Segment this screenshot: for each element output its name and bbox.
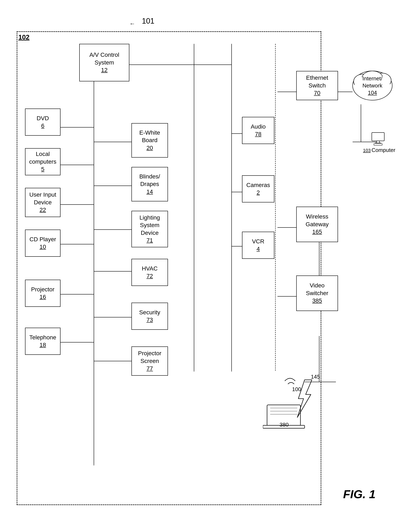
hvac-num: 72 [146,272,153,280]
security-label: Security [139,309,160,316]
internet-num: 104 [368,89,377,96]
local-computers-box: Localcomputers 5 [25,148,60,175]
vcr-label: VCR [252,238,264,245]
lighting-num: 71 [146,237,153,244]
projector-label: Projector [31,286,54,293]
ethernet-switch-num: 70 [314,89,320,97]
projector-screen-box: ProjectorScreen 77 [131,346,168,376]
lightning-num: 145 [311,374,320,380]
telephone-num: 18 [39,341,46,349]
ewhiteboard-num: 20 [146,144,153,152]
vcr-num: 4 [257,245,260,253]
cd-player-box: CD Player 10 [25,230,60,257]
telephone-box: Telephone 18 [25,328,60,355]
cameras-label: Cameras [246,181,270,189]
audio-label: Audio [251,123,266,131]
figure-label: FIG. 1 [343,487,376,501]
video-switcher-label: VideoSwitcher [306,282,328,297]
blinds-num: 14 [146,188,153,196]
dvd-num: 6 [41,122,44,130]
user-input-num: 22 [39,206,46,214]
computer-num: 103 [363,148,371,153]
projector-screen-label: ProjectorScreen [138,350,161,365]
laptop-num: 380 [280,422,289,428]
figure-number: 101 [142,17,154,25]
audio-box: Audio 78 [242,117,274,144]
av-control-box: A/V ControlSystem 12 [79,44,129,81]
main-box-label: 102 [18,33,29,41]
hvac-label: HVAC [142,265,158,272]
video-switcher-num: 385 [312,297,322,305]
ewhiteboard-box: E-WhiteBoard 20 [131,123,168,158]
vcr-box: VCR 4 [242,232,274,259]
security-box: Security 73 [131,303,168,330]
projector-box: Projector 16 [25,280,60,307]
local-computers-label: Localcomputers [29,150,57,166]
lighting-label: LightingSystemDevice [139,214,160,237]
cameras-num: 2 [257,189,260,197]
av-control-label: A/V ControlSystem [89,51,119,66]
ethernet-switch-label: EthernetSwitch [306,74,328,89]
video-switcher-box: VideoSwitcher 385 [296,276,338,311]
wireless-gateway-num: 165 [312,228,322,236]
wireless-gateway-label: WirelessGateway [306,213,329,228]
cameras-box: Cameras 2 [242,175,274,203]
projector-num: 16 [39,293,46,301]
arrow-101: ← [129,21,135,27]
computer-area: 103Computer [363,131,395,153]
telephone-label: Telephone [29,334,56,341]
internet-label: Internet/Network [362,75,382,89]
user-input-box: User InputDevice 22 [25,188,60,217]
ethernet-switch-box: EthernetSwitch 70 [296,71,338,100]
internet-network-cloud: Internet/Network 104 [350,67,394,105]
local-computers-num: 5 [41,166,44,173]
blinds-label: Blindes/Drapes [139,173,160,188]
cd-player-num: 10 [39,243,46,251]
wireless-signal-num: 100 [292,386,301,393]
svg-rect-37 [372,132,384,141]
security-num: 73 [146,316,153,324]
lighting-box: LightingSystemDevice 71 [131,211,168,247]
dvd-label: DVD [36,115,49,122]
wireless-device-area: 380 100 145 [263,372,326,435]
projector-screen-num: 77 [146,365,153,372]
audio-num: 78 [255,131,261,138]
user-input-label: User InputDevice [29,191,56,206]
svg-rect-40 [374,144,382,145]
blinds-box: Blindes/Drapes 14 [131,167,168,201]
av-control-num: 12 [101,66,108,74]
ewhiteboard-label: E-WhiteBoard [139,129,160,144]
diagram-container: 101 ← 102 [13,17,392,513]
computer-label: Computer [372,147,395,153]
svg-rect-38 [377,141,379,143]
dvd-box: DVD 6 [25,109,60,136]
cd-player-label: CD Player [29,236,56,243]
hvac-box: HVAC 72 [131,259,168,286]
wireless-gateway-box: WirelessGateway 165 [296,207,338,242]
